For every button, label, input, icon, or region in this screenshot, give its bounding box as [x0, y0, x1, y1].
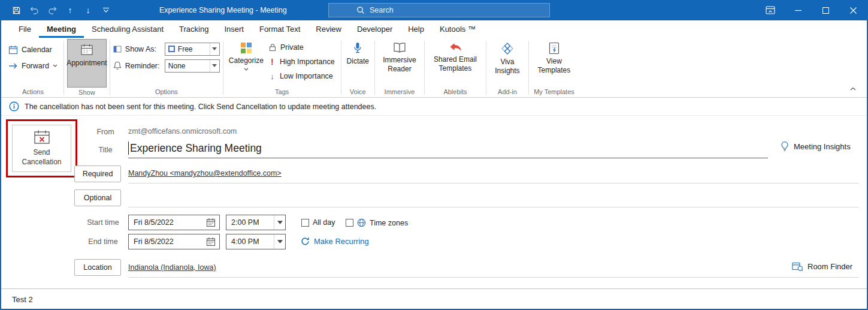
date-picker-icon[interactable]	[206, 218, 216, 227]
reminder-label: Reminder:	[125, 62, 161, 70]
room-finder-button[interactable]: Room Finder	[792, 261, 852, 272]
reminder-select[interactable]: None	[165, 59, 220, 73]
time-zones-checkbox[interactable]	[346, 219, 353, 227]
tab-scheduling-assistant[interactable]: Scheduling Assistant	[84, 20, 171, 38]
move-up-button[interactable]: ↑	[61, 1, 79, 19]
calendar-icon	[8, 45, 18, 55]
ribbon: Calendar Forward Actions	[1, 38, 867, 98]
high-importance-icon: !	[269, 57, 276, 67]
end-time-select[interactable]: 4:00 PM	[226, 234, 286, 249]
collapse-ribbon-button[interactable]	[846, 83, 860, 94]
lock-icon	[269, 43, 276, 52]
close-button[interactable]	[839, 0, 867, 20]
annotation-highlight-box: Send Cancellation	[6, 119, 77, 177]
move-down-button[interactable]: ↓	[79, 1, 97, 19]
tab-meeting[interactable]: Meeting	[39, 20, 84, 38]
appointment-calendar-icon	[80, 43, 93, 56]
from-label: From	[88, 128, 123, 136]
ribbon-tab-strip: File Meeting Scheduling Assistant Tracki…	[1, 20, 867, 38]
maximize-icon	[822, 7, 829, 14]
low-importance-icon: ↓	[269, 72, 276, 81]
tab-insert[interactable]: Insert	[216, 20, 252, 38]
save-button[interactable]	[7, 1, 25, 19]
room-finder-icon	[792, 261, 803, 272]
ribbon-group-immersive: Immersive Reader Immersive	[375, 38, 424, 97]
search-bar[interactable]	[328, 3, 550, 17]
all-day-label: All day	[313, 218, 335, 227]
tab-format-text[interactable]: Format Text	[252, 20, 308, 38]
dropdown-arrow-icon[interactable]	[210, 60, 219, 72]
shared-email-templates-button[interactable]: Shared Email Templates	[428, 38, 483, 86]
tab-tracking[interactable]: Tracking	[171, 20, 216, 38]
tab-kutools[interactable]: Kutools ™	[432, 20, 483, 38]
ribbon-group-addin: Viva Insights Add-in	[486, 38, 528, 97]
dropdown-arrow-icon[interactable]	[274, 215, 285, 230]
required-attendees-field[interactable]: MandyZhou <mandyzhou@extendoffice.com>	[128, 169, 282, 177]
location-button[interactable]: Location	[74, 259, 121, 276]
tab-review[interactable]: Review	[308, 20, 349, 38]
categorize-button[interactable]: Categorize	[226, 38, 266, 86]
redo-button[interactable]	[43, 1, 61, 19]
group-label-actions: Actions	[5, 86, 61, 97]
group-label-addin: Add-in	[489, 86, 525, 97]
show-as-value: Free	[178, 45, 193, 53]
optional-button[interactable]: Optional	[74, 189, 121, 206]
dropdown-arrow-icon[interactable]	[210, 43, 219, 55]
meeting-insights-button[interactable]: Meeting Insights	[780, 141, 851, 152]
immersive-reader-button[interactable]: Immersive Reader	[378, 38, 421, 86]
low-importance-button[interactable]: ↓ Low Importance	[266, 69, 338, 83]
high-importance-button[interactable]: ! High Importance	[266, 55, 338, 69]
customize-qat-icon	[102, 7, 110, 13]
send-cancellation-button[interactable]: Send Cancellation	[12, 125, 71, 172]
shared-email-templates-icon	[449, 42, 462, 53]
make-recurring-button[interactable]: Make Recurring	[301, 237, 369, 246]
maximize-button[interactable]	[812, 0, 839, 20]
dropdown-arrow-icon[interactable]	[274, 234, 285, 249]
save-icon	[12, 6, 21, 15]
ribbon-group-tags: Categorize Private ! High Importance	[223, 38, 341, 97]
view-templates-button[interactable]: View Templates	[532, 38, 576, 86]
search-input[interactable]	[370, 6, 513, 14]
start-time-select[interactable]: 2:00 PM	[226, 215, 286, 230]
calendar-button[interactable]: Calendar	[5, 42, 61, 57]
start-date-input[interactable]: Fri 8/5/2022	[128, 215, 220, 230]
message-body[interactable]: Test 2	[1, 288, 867, 309]
group-label-show: Show	[67, 88, 107, 97]
ribbon-group-options: Show As: Free Reminder: No	[110, 38, 223, 97]
forward-button[interactable]: Forward	[5, 58, 61, 73]
tab-help[interactable]: Help	[400, 20, 432, 38]
group-label-ablebits: Ablebits	[428, 86, 483, 97]
from-field[interactable]: zmt@officefans.onmicrosoft.com	[128, 127, 237, 136]
date-picker-icon[interactable]	[206, 237, 216, 246]
show-as-select[interactable]: Free	[165, 43, 220, 56]
tab-file[interactable]: File	[11, 20, 39, 38]
appointment-button[interactable]: Appointment	[67, 39, 107, 88]
close-icon	[850, 7, 857, 14]
ribbon-group-my-templates: View Templates My Templates	[529, 38, 579, 97]
field-divider	[128, 277, 859, 278]
required-button[interactable]: Required	[74, 165, 121, 182]
customize-qat-button[interactable]	[97, 1, 115, 19]
title-bar: ↑ ↓ Experience Sharing Meeting - Meeting	[1, 0, 867, 20]
body-text: Test 2	[12, 295, 867, 304]
tab-developer[interactable]: Developer	[349, 20, 400, 38]
dictate-button[interactable]: Dictate	[344, 38, 371, 86]
location-link[interactable]: Indianola (Indianola, Iowa)	[128, 263, 216, 272]
title-label: Title	[88, 146, 123, 154]
minimize-button[interactable]	[784, 0, 812, 20]
attendee-link[interactable]: MandyZhou <mandyzhou@extendoffice.com>	[128, 169, 282, 177]
show-as-label: Show As:	[125, 45, 161, 53]
categorize-icon	[240, 42, 252, 54]
private-button[interactable]: Private	[266, 40, 338, 55]
end-date-input[interactable]: Fri 8/5/2022	[128, 234, 220, 249]
ribbon-group-actions: Calendar Forward Actions	[2, 38, 63, 97]
viva-insights-button[interactable]: Viva Insights	[489, 38, 525, 86]
ribbon-display-options-button[interactable]	[757, 0, 784, 20]
forward-arrow-icon	[8, 62, 18, 70]
location-field[interactable]: Indianola (Indianola, Iowa)	[128, 263, 216, 272]
group-label-immersive: Immersive	[378, 86, 421, 97]
quick-access-toolbar: ↑ ↓	[7, 0, 115, 20]
all-day-checkbox[interactable]	[301, 219, 309, 227]
undo-button[interactable]	[25, 1, 43, 19]
title-input[interactable]: Experience Sharing Meeting	[128, 139, 768, 158]
